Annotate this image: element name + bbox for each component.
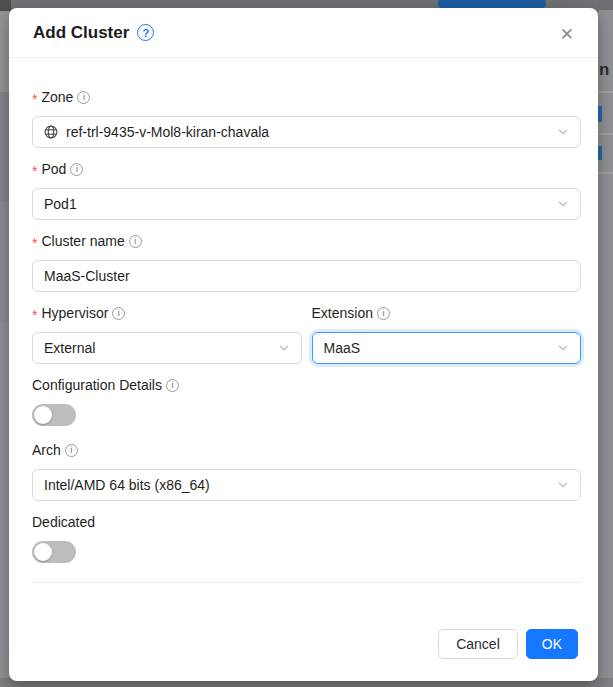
hypervisor-label: * Hypervisor i xyxy=(32,302,302,324)
info-icon[interactable]: i xyxy=(77,91,90,104)
pod-select[interactable]: Pod1 xyxy=(32,188,581,220)
hypervisor-extension-row: * Hypervisor i External Extension i M xyxy=(32,302,581,374)
ok-button[interactable]: OK xyxy=(526,629,578,659)
backdrop-divider xyxy=(598,172,613,174)
close-icon[interactable]: ✕ xyxy=(556,22,578,47)
dedicated-label-text: Dedicated xyxy=(32,514,95,530)
hypervisor-label-text: Hypervisor xyxy=(41,305,108,321)
arch-select-value: Intel/AMD 64 bits (x86_64) xyxy=(44,477,557,493)
arch-label-text: Arch xyxy=(32,442,61,458)
backdrop-text-fragment: n xyxy=(599,60,609,80)
backdrop-link-fragment xyxy=(598,106,602,122)
field-arch: Arch i Intel/AMD 64 bits (x86_64) xyxy=(32,439,581,501)
footer-divider xyxy=(32,582,581,583)
add-cluster-modal: Add Cluster ? ✕ * Zone i ref- xyxy=(9,8,598,681)
field-configuration-details: Configuration Details i xyxy=(32,374,581,426)
field-zone: * Zone i ref-trl-9435-v-Mol8-kiran-chava… xyxy=(32,86,581,148)
pod-select-value: Pod1 xyxy=(44,196,557,212)
backdrop-divider xyxy=(598,91,613,93)
cluster-name-label-text: Cluster name xyxy=(41,233,124,249)
field-extension: Extension i MaaS xyxy=(312,302,582,364)
backdrop-link-fragment xyxy=(598,146,602,160)
dedicated-label: Dedicated xyxy=(32,511,581,533)
chevron-down-icon xyxy=(557,479,569,491)
arch-select[interactable]: Intel/AMD 64 bits (x86_64) xyxy=(32,469,581,501)
modal-header: Add Cluster ? ✕ xyxy=(9,8,598,58)
zone-select[interactable]: ref-trl-9435-v-Mol8-kiran-chavala xyxy=(32,116,581,148)
backdrop-left-band xyxy=(0,92,9,202)
zone-select-value: ref-trl-9435-v-Mol8-kiran-chavala xyxy=(66,124,557,140)
modal-title: Add Cluster xyxy=(33,23,129,43)
extension-label-text: Extension xyxy=(312,305,373,321)
field-pod: * Pod i Pod1 xyxy=(32,158,581,220)
info-icon[interactable]: i xyxy=(65,444,78,457)
info-icon[interactable]: i xyxy=(112,307,125,320)
modal-footer: Cancel OK xyxy=(438,629,578,659)
info-icon[interactable]: i xyxy=(377,307,390,320)
field-cluster-name: * Cluster name i xyxy=(32,230,581,292)
cancel-button[interactable]: Cancel xyxy=(438,629,518,659)
required-mark: * xyxy=(32,89,37,106)
zone-label: * Zone i xyxy=(32,86,581,108)
field-hypervisor: * Hypervisor i External xyxy=(32,302,302,364)
arch-label: Arch i xyxy=(32,439,581,461)
configuration-details-toggle[interactable] xyxy=(32,404,76,426)
required-mark: * xyxy=(32,161,37,178)
chevron-down-icon xyxy=(557,342,569,354)
info-icon[interactable]: i xyxy=(129,235,142,248)
toggle-knob xyxy=(34,406,52,424)
info-icon[interactable]: i xyxy=(70,163,83,176)
backdrop-left-band xyxy=(0,12,9,92)
configuration-details-label: Configuration Details i xyxy=(32,374,581,396)
hypervisor-select[interactable]: External xyxy=(32,332,302,364)
backdrop-left-band xyxy=(0,202,9,322)
cluster-name-input[interactable] xyxy=(32,260,581,292)
chevron-down-icon xyxy=(557,198,569,210)
extension-select-value: MaaS xyxy=(324,340,558,356)
extension-label: Extension i xyxy=(312,302,582,324)
zone-label-text: Zone xyxy=(41,89,73,105)
required-mark: * xyxy=(32,305,37,322)
backdrop-divider xyxy=(598,133,613,135)
field-dedicated: Dedicated xyxy=(32,511,581,563)
chevron-down-icon xyxy=(557,126,569,138)
cluster-name-label: * Cluster name i xyxy=(32,230,581,252)
question-circle-icon[interactable]: ? xyxy=(137,24,154,41)
pod-label-text: Pod xyxy=(41,161,66,177)
chevron-down-icon xyxy=(278,342,290,354)
toggle-knob xyxy=(34,543,52,561)
info-icon[interactable]: i xyxy=(166,379,179,392)
pod-label: * Pod i xyxy=(32,158,581,180)
globe-icon xyxy=(44,125,58,139)
hypervisor-select-value: External xyxy=(44,340,278,356)
add-cluster-form: * Zone i ref-trl-9435-v-Mol8-kiran-chava… xyxy=(9,58,598,563)
configuration-details-label-text: Configuration Details xyxy=(32,377,162,393)
dedicated-toggle[interactable] xyxy=(32,541,76,563)
required-mark: * xyxy=(32,233,37,250)
extension-select[interactable]: MaaS xyxy=(312,332,582,364)
